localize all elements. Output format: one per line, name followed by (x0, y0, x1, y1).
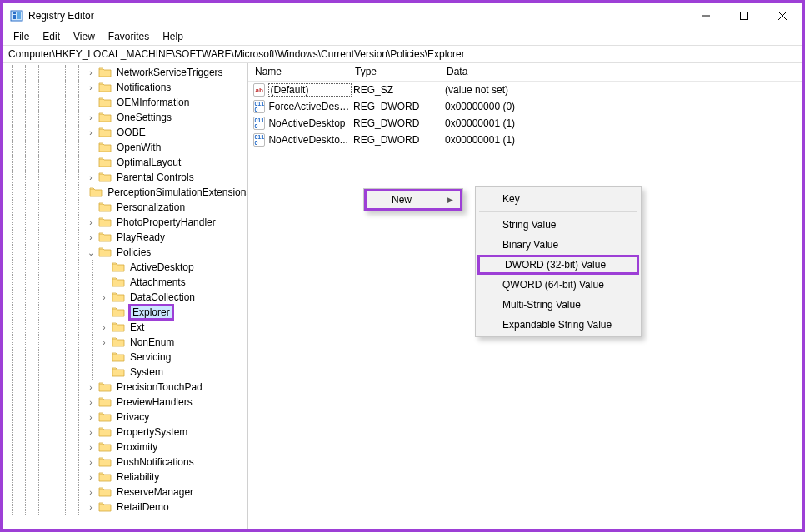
context-item[interactable]: DWORD (32-bit) Value (478, 255, 639, 275)
tree-item[interactable]: ›ReserveManager (5, 485, 248, 500)
tree-item[interactable]: ›Servicing (5, 350, 248, 365)
tree-item-label: OptimalLayout (115, 157, 182, 168)
folder-icon (98, 456, 112, 468)
tree-item-label: System (128, 366, 165, 378)
tree-item[interactable]: ›Ext (5, 320, 248, 335)
tree-item[interactable]: ›System (5, 365, 248, 380)
folder-icon (98, 381, 112, 393)
tree-item[interactable]: ›PushNotifications (5, 455, 248, 470)
tree-item[interactable]: ›OOBE (5, 125, 248, 140)
tree-item[interactable]: ›ActiveDesktop (5, 260, 248, 275)
tree-item[interactable]: ›NonEnum (5, 335, 248, 350)
menu-help[interactable]: Help (156, 29, 190, 44)
menu-favorites[interactable]: Favorites (102, 29, 156, 44)
expand-icon[interactable]: › (85, 127, 97, 138)
column-type[interactable]: Type (348, 63, 440, 81)
value-data: 0x00000000 (0) (443, 101, 802, 112)
expand-icon[interactable]: › (85, 172, 97, 183)
value-row[interactable]: 0110ForceActiveDesk...REG_DWORD0x0000000… (248, 98, 802, 115)
expand-icon[interactable]: › (85, 112, 97, 123)
tree-item[interactable]: ›PhotoPropertyHandler (5, 215, 248, 230)
expand-icon[interactable]: › (85, 426, 97, 438)
tree-item[interactable]: ›DataCollection (5, 290, 248, 305)
tree-item[interactable]: ›PreviewHandlers (5, 395, 248, 410)
tree-item-label: Privacy (115, 411, 151, 423)
context-new[interactable]: New ▶ (364, 189, 462, 211)
window-title: Registry Editor (28, 10, 94, 22)
menu-file[interactable]: File (7, 29, 36, 44)
context-item-label: String Value (502, 219, 556, 231)
context-item[interactable]: QWORD (64-bit) Value (478, 275, 639, 295)
address-path: Computer\HKEY_LOCAL_MACHINE\SOFTWARE\Mic… (8, 48, 465, 60)
folder-icon (98, 231, 112, 243)
tree-item[interactable]: ›OneSettings (5, 110, 248, 125)
tree-item[interactable]: ›OptimalLayout (5, 155, 248, 170)
svg-rect-6 (741, 12, 748, 20)
expand-icon[interactable]: › (85, 67, 97, 78)
expand-icon[interactable]: › (85, 396, 97, 408)
minimize-button[interactable] (687, 3, 725, 28)
svg-rect-3 (12, 17, 16, 19)
tree-item-label: Servicing (128, 351, 172, 363)
tree-item[interactable]: ›Reliability (5, 470, 248, 485)
column-name[interactable]: Name (248, 63, 348, 81)
tree-item[interactable]: ›PlayReady (5, 230, 248, 245)
tree-item[interactable]: ›Notifications (5, 80, 248, 95)
context-item[interactable]: Key (478, 189, 639, 209)
tree-item[interactable]: ›Personalization (5, 200, 248, 215)
tree-item[interactable]: ›Attachments (5, 275, 248, 290)
expand-icon[interactable]: › (98, 321, 110, 333)
expand-icon[interactable]: › (85, 381, 97, 393)
maximize-button[interactable] (725, 3, 763, 28)
tree-item-label: PerceptionSimulationExtensions (106, 186, 248, 198)
expand-icon[interactable]: › (85, 82, 97, 93)
close-button[interactable] (763, 3, 802, 28)
values-pane[interactable]: Name Type Data ab(Default)REG_SZ(value n… (248, 63, 802, 529)
expand-icon[interactable]: › (85, 501, 97, 513)
folder-icon (112, 306, 125, 318)
expand-icon[interactable]: › (85, 441, 97, 453)
address-bar[interactable]: Computer\HKEY_LOCAL_MACHINE\SOFTWARE\Mic… (3, 45, 802, 63)
tree-item[interactable]: ›Parental Controls (5, 170, 248, 185)
context-item-label: QWORD (64-bit) Value (502, 279, 604, 291)
expand-icon[interactable]: › (85, 231, 97, 243)
binary-value-icon: 0110 (253, 100, 265, 113)
folder-icon (98, 486, 112, 498)
value-row[interactable]: 0110NoActiveDesktopREG_DWORD0x00000001 (… (248, 115, 802, 132)
tree-item[interactable]: ›PropertySystem (5, 425, 248, 440)
tree-item-label: PhotoPropertyHandler (115, 216, 218, 228)
value-name: NoActiveDesktop (268, 117, 352, 129)
tree-item[interactable]: ›Proximity (5, 440, 248, 455)
tree-item[interactable]: ›PerceptionSimulationExtensions (5, 185, 248, 200)
tree-item[interactable]: ›OpenWith (5, 140, 248, 155)
value-type: REG_SZ (352, 84, 443, 96)
expand-icon[interactable]: › (85, 216, 97, 228)
value-row[interactable]: 0110NoActiveDeskto...REG_DWORD0x00000001… (248, 132, 802, 148)
context-item[interactable]: Multi-String Value (478, 295, 639, 315)
tree-item[interactable]: ›PrecisionTouchPad (5, 380, 248, 395)
context-item[interactable]: Binary Value (478, 235, 639, 255)
tree-item[interactable]: ›NetworkServiceTriggers (5, 65, 248, 80)
value-name: (Default) (268, 83, 352, 97)
folder-icon (112, 336, 125, 348)
menu-edit[interactable]: Edit (36, 29, 67, 44)
tree-pane[interactable]: ›NetworkServiceTriggers›Notifications›OE… (3, 63, 248, 529)
column-data[interactable]: Data (440, 63, 802, 81)
expand-icon[interactable]: › (85, 471, 97, 483)
value-name: NoActiveDeskto... (268, 134, 352, 146)
expand-icon[interactable]: › (85, 411, 97, 423)
expand-icon[interactable]: › (98, 336, 110, 348)
expand-icon[interactable]: › (85, 486, 97, 498)
value-row[interactable]: ab(Default)REG_SZ(value not set) (248, 82, 802, 98)
menu-view[interactable]: View (67, 29, 102, 44)
context-item[interactable]: String Value (478, 215, 639, 235)
expand-icon[interactable]: › (85, 456, 97, 468)
tree-item[interactable]: ›Explorer (5, 305, 248, 320)
tree-item[interactable]: ⌄Policies (5, 245, 248, 260)
collapse-icon[interactable]: ⌄ (85, 246, 97, 258)
tree-item[interactable]: ›OEMInformation (5, 95, 248, 110)
tree-item[interactable]: ›Privacy (5, 410, 248, 425)
tree-item[interactable]: ›RetailDemo (5, 500, 248, 515)
context-item[interactable]: Expandable String Value (478, 315, 639, 335)
expand-icon[interactable]: › (98, 291, 110, 303)
